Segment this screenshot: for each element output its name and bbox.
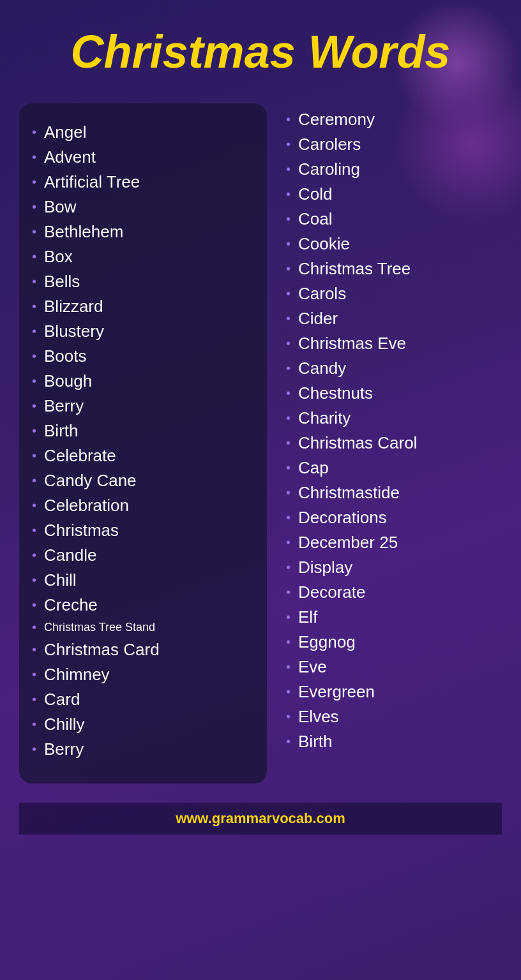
list-item: •Birth bbox=[32, 421, 248, 441]
list-item: •Elves bbox=[286, 707, 502, 727]
bullet-icon: • bbox=[286, 411, 291, 426]
list-item: •Cold bbox=[286, 184, 502, 204]
bullet-icon: • bbox=[32, 598, 36, 612]
list-item: •Candle bbox=[32, 546, 248, 565]
bullet-icon: • bbox=[32, 523, 36, 538]
list-item: •Celebrate bbox=[32, 446, 248, 466]
list-item: •Caroling bbox=[286, 160, 502, 179]
bullet-icon: • bbox=[286, 560, 291, 575]
bullet-icon: • bbox=[286, 685, 291, 699]
bullet-icon: • bbox=[286, 262, 291, 276]
list-item: •Christmas Carol bbox=[286, 433, 502, 453]
list-item: •Berry bbox=[32, 739, 248, 759]
list-item: •Creche bbox=[32, 595, 248, 615]
list-item: •Decorate bbox=[286, 583, 502, 602]
list-item: •Christmas Tree Stand bbox=[32, 620, 248, 635]
bullet-icon: • bbox=[32, 717, 36, 732]
list-item: •Birth bbox=[286, 732, 502, 752]
bullet-icon: • bbox=[32, 200, 36, 214]
list-item: •Coal bbox=[286, 209, 502, 229]
list-item: •Chilly bbox=[32, 715, 248, 734]
right-column: •Ceremony•Carolers•Caroling•Cold•Coal•Co… bbox=[280, 103, 502, 783]
list-item: •Christmas Tree bbox=[286, 259, 502, 279]
bullet-icon: • bbox=[32, 742, 36, 757]
bullet-icon: • bbox=[286, 212, 291, 226]
content-area: •Angel•Advent•Artificial Tree•Bow•Bethle… bbox=[19, 103, 502, 783]
list-item: •Bells bbox=[32, 272, 248, 292]
list-item: •Blizzard bbox=[32, 297, 248, 316]
bullet-icon: • bbox=[32, 620, 36, 635]
bullet-icon: • bbox=[286, 112, 291, 127]
bullet-icon: • bbox=[32, 274, 36, 289]
bullet-icon: • bbox=[286, 486, 291, 500]
bullet-icon: • bbox=[32, 667, 36, 682]
list-item: •Candy Cane bbox=[32, 471, 248, 491]
list-item: •Cider bbox=[286, 309, 502, 329]
bullet-icon: • bbox=[286, 660, 291, 674]
list-item: •Cap bbox=[286, 458, 502, 478]
bullet-icon: • bbox=[286, 461, 291, 475]
list-item: •Carols bbox=[286, 284, 502, 304]
bullet-icon: • bbox=[286, 610, 291, 625]
list-item: •Card bbox=[32, 690, 248, 709]
list-item: •Celebration bbox=[32, 496, 248, 516]
bullet-icon: • bbox=[32, 424, 36, 438]
bullet-icon: • bbox=[286, 361, 291, 376]
list-item: •Christmas Card bbox=[32, 640, 248, 660]
page-title: Christmas Words bbox=[19, 26, 502, 78]
bullet-icon: • bbox=[286, 436, 291, 450]
bullet-icon: • bbox=[286, 386, 291, 401]
bullet-icon: • bbox=[286, 162, 291, 177]
list-item: •Display bbox=[286, 558, 502, 577]
bullet-icon: • bbox=[32, 249, 36, 264]
bullet-icon: • bbox=[32, 498, 36, 513]
list-item: •Christmastide bbox=[286, 483, 502, 503]
bullet-icon: • bbox=[286, 137, 291, 152]
list-item: •Eve bbox=[286, 657, 502, 677]
bullet-icon: • bbox=[32, 473, 36, 488]
list-item: •Advent bbox=[32, 147, 248, 167]
list-item: •Evergreen bbox=[286, 682, 502, 702]
bullet-icon: • bbox=[32, 548, 36, 563]
bullet-icon: • bbox=[286, 635, 291, 650]
list-item: •Bough bbox=[32, 371, 248, 391]
bullet-icon: • bbox=[32, 125, 36, 140]
list-item: •Blustery bbox=[32, 322, 248, 341]
bullet-icon: • bbox=[32, 374, 36, 389]
list-item: •Decorations bbox=[286, 508, 502, 528]
bullet-icon: • bbox=[32, 299, 36, 314]
list-item: •Artificial Tree bbox=[32, 172, 248, 192]
list-item: •Angel bbox=[32, 122, 248, 142]
list-item: •Candy bbox=[286, 359, 502, 378]
bullet-icon: • bbox=[286, 187, 291, 202]
list-item: •Christmas Eve bbox=[286, 334, 502, 353]
bullet-icon: • bbox=[286, 510, 291, 525]
bullet-icon: • bbox=[286, 535, 291, 550]
bullet-icon: • bbox=[32, 150, 36, 165]
list-item: •December 25 bbox=[286, 533, 502, 553]
list-item: •Chestnuts bbox=[286, 383, 502, 403]
list-item: •Boots bbox=[32, 346, 248, 366]
bullet-icon: • bbox=[286, 336, 291, 351]
bullet-icon: • bbox=[286, 311, 291, 326]
bullet-icon: • bbox=[32, 349, 36, 364]
bullet-icon: • bbox=[32, 324, 36, 339]
list-item: •Cookie bbox=[286, 234, 502, 254]
bullet-icon: • bbox=[286, 585, 291, 600]
list-item: •Carolers bbox=[286, 135, 502, 154]
list-item: •Eggnog bbox=[286, 632, 502, 652]
bullet-icon: • bbox=[32, 692, 36, 707]
list-item: •Ceremony bbox=[286, 110, 502, 130]
list-item: •Box bbox=[32, 247, 248, 267]
list-item: •Elf bbox=[286, 607, 502, 627]
bullet-icon: • bbox=[286, 286, 291, 301]
bullet-icon: • bbox=[286, 734, 291, 749]
list-item: •Bethlehem bbox=[32, 222, 248, 242]
bullet-icon: • bbox=[32, 399, 36, 413]
bullet-icon: • bbox=[32, 573, 36, 588]
bullet-icon: • bbox=[286, 709, 291, 724]
bullet-icon: • bbox=[32, 449, 36, 463]
bullet-icon: • bbox=[286, 237, 291, 251]
list-item: •Bow bbox=[32, 197, 248, 217]
list-item: •Chimney bbox=[32, 665, 248, 685]
